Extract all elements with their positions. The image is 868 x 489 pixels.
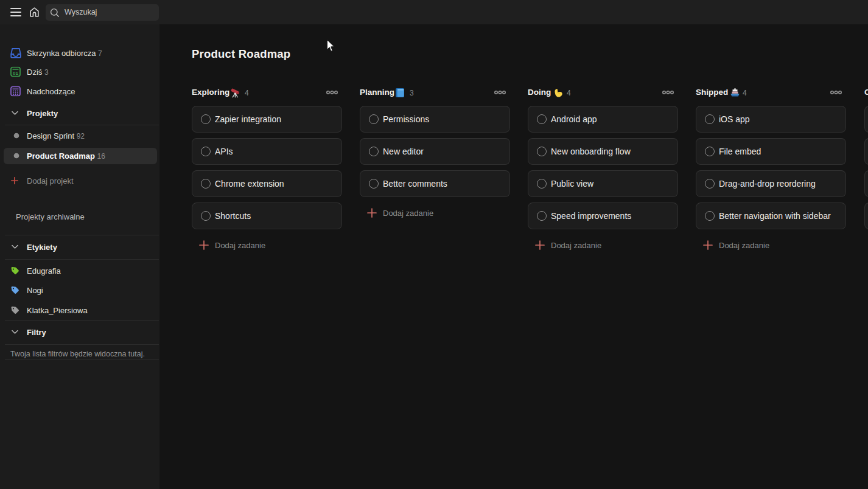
svg-text:01: 01 [13, 71, 18, 76]
